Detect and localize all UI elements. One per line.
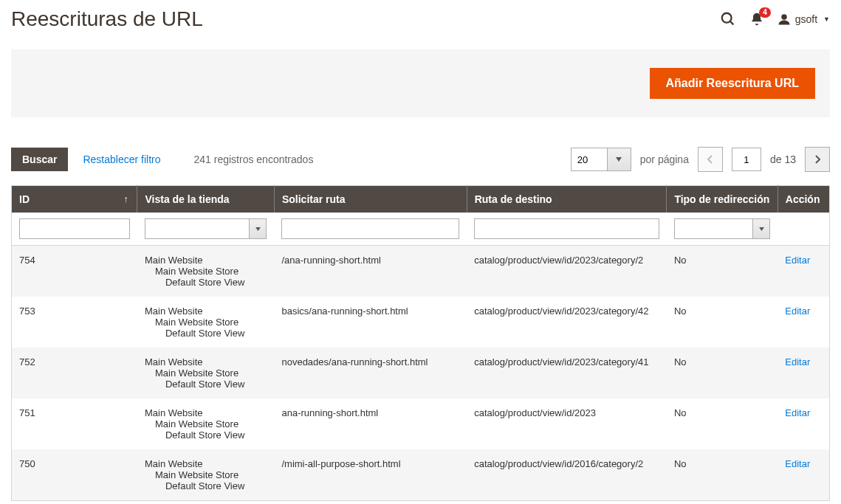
- filter-id-input[interactable]: [19, 218, 130, 239]
- filter-target-input[interactable]: [474, 218, 659, 239]
- cell-request: basics/ana-running-short.html: [274, 297, 467, 348]
- column-header-store[interactable]: Vista de la tienda: [137, 186, 275, 213]
- cell-redirect: No: [667, 297, 778, 348]
- table-row[interactable]: 752Main WebsiteMain Website StoreDefault…: [12, 348, 830, 398]
- cell-store: Main WebsiteMain Website StoreDefault St…: [137, 246, 275, 297]
- search-icon[interactable]: [720, 11, 736, 27]
- current-page-input[interactable]: [732, 148, 761, 171]
- cell-target: catalog/product/view/id/2016/category/2: [467, 449, 667, 501]
- cell-id: 754: [12, 246, 137, 297]
- cell-redirect: No: [667, 398, 778, 449]
- cell-store: Main WebsiteMain Website StoreDefault St…: [137, 348, 275, 398]
- search-button[interactable]: Buscar: [11, 148, 68, 171]
- edit-link[interactable]: Editar: [785, 407, 810, 418]
- filter-row: [12, 213, 830, 246]
- user-name: gsoft: [795, 13, 817, 25]
- page-title: Reescrituras de URL: [11, 7, 203, 31]
- prev-page-button[interactable]: [698, 147, 723, 172]
- table-row[interactable]: 750Main WebsiteMain Website StoreDefault…: [12, 449, 830, 501]
- per-page-label: por página: [640, 153, 689, 165]
- svg-point-2: [781, 14, 787, 20]
- column-header-request[interactable]: Solicitar ruta: [274, 186, 467, 213]
- next-page-button[interactable]: [805, 147, 830, 172]
- svg-point-0: [721, 13, 731, 23]
- user-icon: [778, 13, 791, 26]
- edit-link[interactable]: Editar: [785, 255, 810, 266]
- filter-store-select[interactable]: [145, 218, 250, 239]
- cell-redirect: No: [667, 348, 778, 398]
- cell-request: /ana-running-short.html: [274, 246, 467, 297]
- edit-link[interactable]: Editar: [785, 356, 810, 367]
- chevron-down-icon: [255, 227, 261, 231]
- svg-line-1: [730, 21, 733, 25]
- cell-target: catalog/product/view/id/2023/category/2: [467, 246, 667, 297]
- chevron-down-icon: [759, 227, 764, 231]
- cell-target: catalog/product/view/id/2023/category/42: [467, 297, 667, 348]
- edit-link[interactable]: Editar: [785, 305, 810, 317]
- cell-id: 750: [12, 449, 137, 501]
- action-bar: Añadir Reescritura URL: [11, 49, 830, 117]
- chevron-down-icon: ▼: [823, 15, 830, 23]
- cell-redirect: No: [667, 449, 778, 501]
- column-header-id[interactable]: ID ↑: [12, 186, 137, 213]
- cell-target: catalog/product/view/id/2023: [467, 398, 667, 449]
- sort-ascending-icon: ↑: [123, 194, 128, 204]
- reset-filter-link[interactable]: Restablecer filtro: [83, 153, 160, 165]
- cell-redirect: No: [667, 246, 778, 297]
- cell-id: 752: [12, 348, 137, 398]
- cell-id: 751: [12, 398, 137, 449]
- column-header-action: Acción: [778, 186, 829, 213]
- chevron-right-icon: [814, 155, 820, 164]
- per-page-input[interactable]: [571, 148, 608, 171]
- filter-redirect-select[interactable]: [674, 218, 752, 239]
- user-menu[interactable]: gsoft ▼: [778, 13, 830, 26]
- add-url-rewrite-button[interactable]: Añadir Reescritura URL: [650, 68, 816, 99]
- records-found-label: 241 registros encontrados: [194, 153, 314, 165]
- table-row[interactable]: 751Main WebsiteMain Website StoreDefault…: [12, 398, 830, 449]
- table-row[interactable]: 753Main WebsiteMain Website StoreDefault…: [12, 297, 830, 348]
- cell-store: Main WebsiteMain Website StoreDefault St…: [137, 449, 275, 501]
- notifications-icon[interactable]: 4: [749, 12, 764, 27]
- notification-badge: 4: [759, 7, 771, 18]
- chevron-down-icon: [616, 157, 622, 162]
- filter-store-dropdown-button[interactable]: [249, 218, 267, 239]
- cell-store: Main WebsiteMain Website StoreDefault St…: [137, 398, 275, 449]
- column-header-redirect[interactable]: Tipo de redirección: [667, 186, 778, 213]
- chevron-left-icon: [707, 155, 713, 164]
- filter-request-input[interactable]: [281, 218, 459, 239]
- cell-target: catalog/product/view/id/2023/category/41: [467, 348, 667, 398]
- cell-store: Main WebsiteMain Website StoreDefault St…: [137, 297, 275, 348]
- cell-request: /mimi-all-purpose-short.html: [274, 449, 467, 501]
- table-row[interactable]: 754Main WebsiteMain Website StoreDefault…: [12, 246, 830, 297]
- total-pages-label: de 13: [770, 153, 796, 165]
- column-header-target[interactable]: Ruta de destino: [467, 186, 667, 213]
- cell-request: novedades/ana-running-short.html: [274, 348, 467, 398]
- edit-link[interactable]: Editar: [785, 458, 810, 469]
- filter-redirect-dropdown-button[interactable]: [752, 218, 770, 239]
- per-page-dropdown-button[interactable]: [608, 148, 631, 171]
- cell-request: ana-running-short.html: [274, 398, 467, 449]
- cell-id: 753: [12, 297, 137, 348]
